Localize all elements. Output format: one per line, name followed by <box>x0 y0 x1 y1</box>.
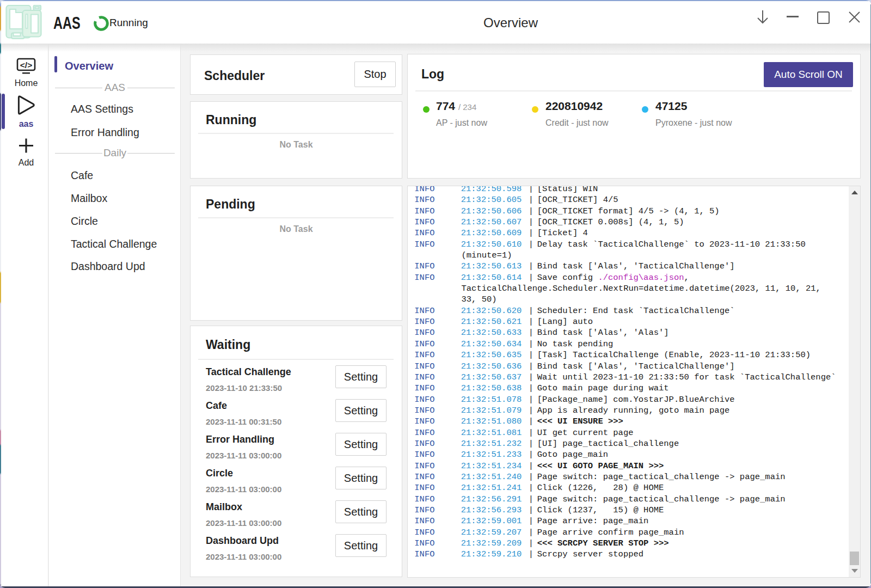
svg-text:</>: </> <box>20 60 32 70</box>
